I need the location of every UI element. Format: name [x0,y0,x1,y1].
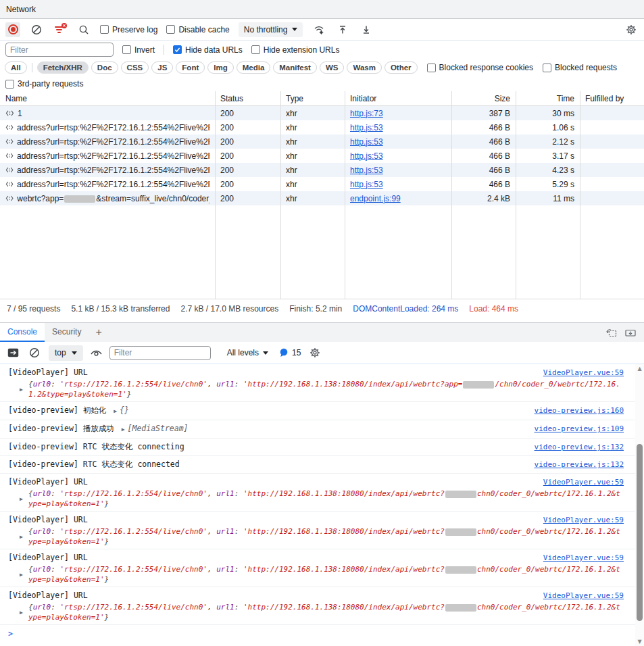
console-prompt[interactable]: > [0,625,644,643]
source-link[interactable]: VideoPlayer.vue:59 [543,476,624,489]
table-row[interactable]: address?url=rtsp:%2F%2F172.16.1.2:554%2F… [0,149,644,163]
column-header-time[interactable]: Time [516,94,580,103]
clear-console-button[interactable] [27,345,42,360]
source-link[interactable]: video-preview.js:160 [535,404,624,417]
column-header-initiator[interactable]: Initiator [345,94,451,103]
initiator-link[interactable]: http.js:53 [350,137,383,147]
blocked-requests-checkbox[interactable]: Blocked requests [543,63,617,72]
table-row[interactable]: address?url=rtsp:%2F%2F172.16.1.2:554%2F… [0,163,644,177]
context-selector[interactable]: top [49,345,83,361]
blocked-response-cookies-checkbox[interactable]: Blocked response cookies [427,63,533,72]
table-row[interactable]: address?url=rtsp:%2F%2F172.16.1.2:554%2F… [0,134,644,149]
source-link[interactable]: VideoPlayer.vue:59 [543,367,624,379]
panel-gap [0,318,644,322]
drawer-tab-console[interactable]: Console [0,323,45,342]
resource-pill-css[interactable]: CSS [121,61,149,74]
source-link[interactable]: VideoPlayer.vue:59 [543,552,624,564]
console-message-line: [video-preview] RTC 状态变化 connectedvideo-… [8,458,624,471]
source-link[interactable]: video-preview.js:132 [535,458,624,471]
resource-pill-ws[interactable]: WS [320,61,345,74]
expand-toggle-icon[interactable]: ▶ [119,426,128,432]
log-levels-dropdown[interactable]: All levels [227,348,268,357]
search-button[interactable] [76,22,91,37]
console-text-segment: , [207,603,216,612]
resource-pill-img[interactable]: Img [207,61,233,74]
expand-toggle-icon[interactable]: ▶ [111,408,120,414]
resource-pill-media[interactable]: Media [237,61,271,74]
blocked-response-cookies-label: Blocked response cookies [439,63,533,72]
column-header-size[interactable]: Size [451,94,516,103]
source-link[interactable]: video-preview.js:132 [535,441,624,453]
console-text-segment: [video-preview] 播放成功 [8,424,119,433]
initiator-link[interactable]: http.js:53 [350,166,383,175]
expand-toggle-icon[interactable]: ▶ [20,532,23,542]
resource-pill-wasm[interactable]: Wasm [347,61,381,74]
filter-button[interactable]: ✕ [53,22,68,37]
preserve-log-checkbox[interactable]: Preserve log [100,25,157,34]
scroll-up-icon[interactable]: ▲ [635,366,644,372]
throttling-dropdown[interactable]: No throttling [239,22,303,37]
request-name: address?url=rtsp:%2F%2F172.16.1.2:554%2F… [17,166,209,175]
hide-extension-urls-checkbox[interactable]: Hide extension URLs [251,45,340,55]
scroll-down-icon[interactable]: ▼ [635,639,644,645]
column-header-status[interactable]: Status [215,94,280,103]
console-filter-input[interactable] [109,346,211,360]
add-tab-button[interactable]: + [89,323,108,342]
panel-expand-icon[interactable] [625,328,636,337]
scrollbar-thumb[interactable] [637,444,643,621]
console-settings-button[interactable] [307,345,322,360]
live-expression-eye-icon[interactable] [90,349,103,357]
console-sidebar-button[interactable] [5,345,20,360]
expand-toggle-icon[interactable]: ▶ [20,570,23,580]
resource-pill-font[interactable]: Font [176,61,205,74]
resource-pill-doc[interactable]: Doc [91,61,118,74]
panel-move-icon[interactable] [605,328,617,337]
table-row[interactable]: address?url=rtsp:%2F%2F172.16.1.2:554%2F… [0,120,644,134]
source-link[interactable]: VideoPlayer.vue:59 [543,514,624,526]
console-text-segment: {} [120,405,129,415]
invert-checkbox[interactable]: Invert [122,45,155,55]
initiator-link[interactable]: http.js:53 [350,151,383,161]
initiator-link[interactable]: endpoint.js:99 [350,194,401,203]
type-cell: xhr [280,194,345,203]
console-text-segment: 'rtsp://172.16.1.2:554/live/chn0' [59,489,207,498]
initiator-link[interactable]: http.js:73 [350,109,383,118]
export-har-button[interactable] [359,22,374,37]
settings-button[interactable] [624,22,639,37]
resource-pill-other[interactable]: Other [385,61,418,74]
panel-title[interactable]: Network [6,5,36,14]
resource-pill-js[interactable]: JS [151,61,173,74]
network-conditions-button[interactable] [312,22,326,37]
resource-pill-all[interactable]: All [5,61,27,74]
table-row[interactable]: address?url=rtsp:%2F%2F172.16.1.2:554%2F… [0,177,644,191]
table-row[interactable]: 1200xhrhttp.js:73387 B30 ms [0,106,644,120]
hide-extension-urls-label: Hide extension URLs [264,45,340,55]
drawer-tab-security[interactable]: Security [45,323,89,342]
disable-cache-checkbox[interactable]: Disable cache [166,25,229,34]
expand-toggle-icon[interactable]: ▶ [20,607,23,618]
source-link[interactable]: video-preview.js:109 [535,422,624,435]
clear-button[interactable] [29,22,44,37]
column-header-type[interactable]: Type [280,94,345,103]
initiator-link[interactable]: http.js:53 [350,123,383,132]
network-request-table: NameStatusTypeInitiatorSizeTimeFulfilled… [0,91,644,299]
column-header-name[interactable]: Name [0,94,215,103]
expand-toggle-icon[interactable]: ▶ [20,384,23,395]
resource-pill-fetch-xhr[interactable]: Fetch/XHR [37,61,89,74]
record-button[interactable] [5,22,20,37]
initiator-link[interactable]: http.js:53 [350,180,383,189]
hide-data-urls-checkbox[interactable]: Hide data URLs [173,45,243,55]
console-text-segment: [MediaStream] [128,424,189,433]
request-name-cell: address?url=rtsp:%2F%2F172.16.1.2:554%2F… [0,180,215,189]
scrollbar[interactable]: ▲ ▼ [635,364,644,646]
network-filter-input[interactable] [5,43,114,57]
expand-toggle-icon[interactable]: ▶ [20,494,23,504]
console-message-header: [VideoPlayer] URLVideoPlayer.vue:59 [8,476,624,489]
column-header-fulfilled-by[interactable]: Fulfilled by [580,94,644,103]
import-har-button[interactable] [335,22,350,37]
third-party-checkbox[interactable]: 3rd-party requests [5,79,83,89]
resource-pill-manifest[interactable]: Manifest [273,61,317,74]
source-link[interactable]: VideoPlayer.vue:59 [543,590,624,602]
table-row[interactable]: webrtc?app=&stream=suffix_live/chn0/code… [0,191,644,205]
issues-counter[interactable]: 15 [279,348,301,357]
